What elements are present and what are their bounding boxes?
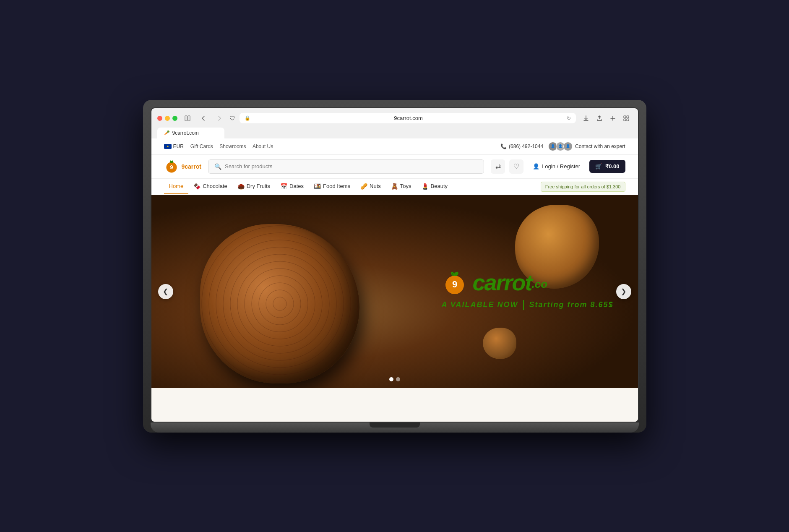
nav-home[interactable]: Home <box>164 179 189 194</box>
browser-actions <box>580 112 632 124</box>
tabs-overview-button[interactable] <box>620 112 632 124</box>
bottom-section <box>151 388 638 422</box>
login-button[interactable]: 👤 Login / Register <box>528 160 585 173</box>
download-button[interactable] <box>580 112 592 124</box>
nav-beauty[interactable]: 💄 Beauty <box>417 179 453 195</box>
window-controls <box>157 116 177 121</box>
reload-icon[interactable]: ↻ <box>567 115 571 121</box>
slider-prev-button[interactable]: ❮ <box>158 284 173 299</box>
nav-dry-fruits-label: Dry Fruits <box>247 183 270 189</box>
svg-text:9: 9 <box>452 279 457 289</box>
currency-selector[interactable]: ★ EUR <box>164 143 184 149</box>
beauty-icon: 💄 <box>422 183 429 190</box>
slider-dot-1[interactable] <box>389 377 393 381</box>
nav-toys-label: Toys <box>400 183 411 189</box>
free-shipping-badge: Free shipping for all orders of $1.300 <box>541 182 625 192</box>
gift-cards-link[interactable]: Gift Cards <box>190 143 213 149</box>
share-button[interactable] <box>594 112 605 124</box>
top-bar-links: Gift Cards Showrooms About Us <box>190 143 273 149</box>
nut-small-decoration <box>483 328 516 359</box>
hero-background: 9 carrot.co A VAILABLE NOW Starting from… <box>151 195 638 388</box>
next-arrow-icon: ❯ <box>621 287 626 295</box>
tab-bar: 🥕 9carrot.com <box>157 128 632 138</box>
header: 9 9carrot 🔍 ⇄ ♡ 👤 Login / Register <box>151 155 638 179</box>
logo-text: 9carrot <box>182 164 201 170</box>
nav-home-label: Home <box>169 183 184 189</box>
phone-contact[interactable]: 📞 (686) 492-1044 <box>500 143 543 149</box>
lock-icon: 🔒 <box>245 115 250 121</box>
search-input[interactable] <box>225 163 478 170</box>
nav-chocolate[interactable]: 🍫 Chocolate <box>188 179 232 195</box>
new-tab-button[interactable] <box>607 112 619 124</box>
nav-toys[interactable]: 🧸 Toys <box>386 179 417 195</box>
svg-rect-2 <box>624 116 626 118</box>
laptop-notch <box>370 422 420 428</box>
search-icon: 🔍 <box>214 163 221 170</box>
back-button[interactable] <box>198 112 209 124</box>
chocolate-icon: 🍫 <box>193 183 201 190</box>
nav-dates[interactable]: 📅 Dates <box>275 179 309 195</box>
svg-rect-0 <box>185 116 187 121</box>
nav-food-items-label: Food Items <box>323 183 350 189</box>
phone-icon: 📞 <box>500 143 507 149</box>
cart-icon: 🛒 <box>595 163 602 170</box>
hero-brand-text: carrot.co <box>472 269 547 295</box>
tab-favicon: 🥕 <box>164 130 170 136</box>
laptop-screen: 🛡 🔒 9carrot.com ↻ <box>151 107 639 422</box>
dry-fruits-icon: 🌰 <box>237 183 245 190</box>
nav-bar: Home 🍫 Chocolate 🌰 Dry Fruits 📅 Dates <box>151 179 638 195</box>
hero-tagline: A VAILABLE NOW Starting from 8.65$ <box>441 300 613 310</box>
forward-button[interactable] <box>214 112 225 124</box>
nav-dates-label: Dates <box>289 183 304 189</box>
cart-button[interactable]: 🛒 ₹0.00 <box>589 160 625 173</box>
expert-avatar-3: 👤 <box>563 142 573 151</box>
browser-titlebar: 🛡 🔒 9carrot.com ↻ <box>157 112 632 124</box>
active-tab[interactable]: 🥕 9carrot.com <box>157 128 224 138</box>
hero-slider: 9 carrot.co A VAILABLE NOW Starting from… <box>151 195 638 388</box>
sidebar-toggle-button[interactable] <box>182 112 193 124</box>
hero-brand-logo: 9 carrot.co <box>441 269 613 296</box>
close-button[interactable] <box>157 116 162 121</box>
hero-tagline-right: Starting from 8.65$ <box>529 300 613 309</box>
url-text: 9carrot.com <box>253 115 564 121</box>
nav-food-items[interactable]: 🍱 Food Items <box>309 179 355 195</box>
user-icon: 👤 <box>533 163 539 170</box>
logo[interactable]: 9 9carrot <box>164 159 201 174</box>
hero-brand-tld: .co <box>532 277 548 290</box>
nav-dry-fruits[interactable]: 🌰 Dry Fruits <box>232 179 275 195</box>
hero-tagline-left: A VAILABLE NOW <box>441 300 518 309</box>
about-us-link[interactable]: About Us <box>253 143 273 149</box>
expert-contact[interactable]: 👤 👤 👤 Contact with an expert <box>548 142 625 151</box>
showrooms-link[interactable]: Showrooms <box>219 143 246 149</box>
top-bar-left: ★ EUR Gift Cards Showrooms About Us <box>164 143 273 149</box>
top-bar-right: 📞 (686) 492-1044 👤 👤 👤 Contact with an e… <box>500 142 625 151</box>
nuts-icon: 🥜 <box>360 183 367 190</box>
toys-icon: 🧸 <box>391 183 398 190</box>
top-bar: ★ EUR Gift Cards Showrooms About Us 📞 (6… <box>151 138 638 155</box>
contact-expert-label: Contact with an expert <box>575 143 625 149</box>
slider-dot-2[interactable] <box>396 377 400 381</box>
cart-amount: ₹0.00 <box>605 163 619 170</box>
nav-chocolate-label: Chocolate <box>203 183 227 189</box>
search-bar[interactable]: 🔍 <box>208 159 484 174</box>
svg-text:9: 9 <box>170 164 173 170</box>
maximize-button[interactable] <box>172 116 177 121</box>
minimize-button[interactable] <box>165 116 170 121</box>
free-shipping-text: Free shipping for all orders of $1.300 <box>545 184 621 189</box>
wishlist-button[interactable]: ♡ <box>509 159 523 174</box>
hero-divider <box>523 300 524 310</box>
slider-next-button[interactable]: ❯ <box>616 284 631 299</box>
nav-nuts[interactable]: 🥜 Nuts <box>355 179 386 195</box>
nav-links: Home 🍫 Chocolate 🌰 Dry Fruits 📅 Dates <box>164 179 453 195</box>
food-items-icon: 🍱 <box>314 183 321 190</box>
browser-chrome: 🛡 🔒 9carrot.com ↻ <box>151 108 638 138</box>
laptop-frame: 🛡 🔒 9carrot.com ↻ <box>143 100 646 433</box>
phone-number: (686) 492-1044 <box>509 143 543 149</box>
website-content: ★ EUR Gift Cards Showrooms About Us 📞 (6… <box>151 138 638 422</box>
address-bar[interactable]: 🔒 9carrot.com ↻ <box>240 113 576 123</box>
eu-flag-icon: ★ <box>164 144 172 149</box>
compare-button[interactable]: ⇄ <box>491 159 505 174</box>
laptop-base <box>151 422 639 433</box>
walnut-shell-decoration <box>200 224 359 383</box>
nav-beauty-label: Beauty <box>431 183 448 189</box>
